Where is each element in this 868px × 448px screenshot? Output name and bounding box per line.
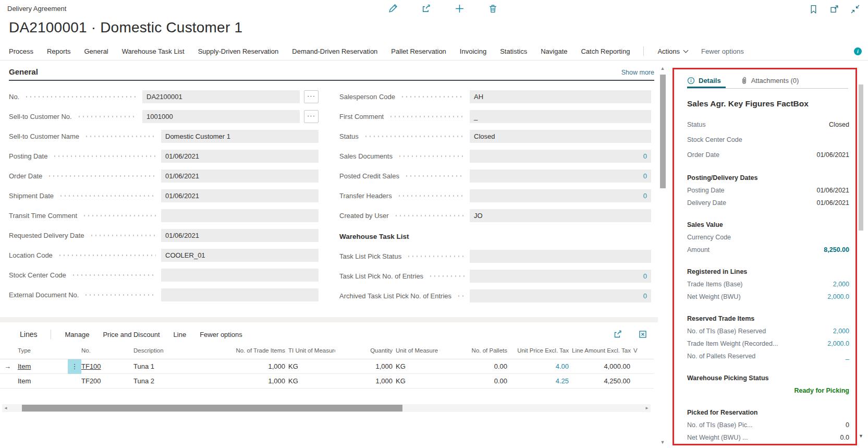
share-icon[interactable]	[612, 329, 624, 340]
fewer-options-button[interactable]: Fewer options	[701, 47, 744, 55]
salesperson-code-field[interactable]: AH	[470, 90, 651, 103]
col-no-of-trade-items[interactable]: No. of Trade Items	[236, 347, 285, 354]
menu-statistics[interactable]: Statistics	[500, 47, 527, 55]
sell-to-customer-no-field[interactable]: 1001000	[142, 110, 300, 123]
lookup-button[interactable]	[304, 90, 319, 103]
menu-supply-driven-reservation[interactable]: Supply-Driven Reservation	[198, 47, 279, 55]
col-ti-unit-of-measure-code[interactable]: TI Unit of Measure Code	[288, 347, 335, 355]
cell-type[interactable]: Item	[18, 377, 68, 385]
tab-details[interactable]: Details	[687, 77, 721, 84]
lines-menu-line[interactable]: Line	[174, 331, 187, 338]
cell-quantity[interactable]: 1,000	[350, 377, 396, 385]
col-unit-of-measure-code[interactable]: Unit of Measure Code	[396, 347, 440, 355]
col-description[interactable]: Description	[133, 347, 230, 355]
factbox-scrollbar-thumb[interactable]	[859, 84, 863, 231]
row-options-icon[interactable]	[68, 359, 81, 374]
cell-line-amount[interactable]: 4,250.00	[572, 377, 633, 385]
cell-no-of-pallets[interactable]: 0.00	[457, 377, 510, 385]
info-icon[interactable]	[854, 47, 862, 55]
new-icon[interactable]	[454, 3, 465, 14]
general-heading[interactable]: General	[9, 67, 38, 76]
col-quantity[interactable]: Quantity	[350, 347, 396, 355]
cell-no-of-trade-items[interactable]: 1,000	[230, 377, 288, 385]
created-by-user-field[interactable]: JO	[470, 209, 651, 222]
cell-no-of-trade-items[interactable]: 1,000	[230, 362, 288, 370]
lines-menu-manage[interactable]: Manage	[65, 331, 89, 338]
row-options-icon[interactable]	[68, 374, 81, 389]
first-comment-field[interactable]: _	[470, 110, 651, 123]
vertical-scrollbar-thumb[interactable]	[660, 75, 666, 188]
collapse-icon[interactable]	[849, 3, 861, 15]
cell-ti-uom[interactable]: KG	[288, 362, 350, 370]
scroll-left-icon[interactable]	[2, 406, 9, 410]
menu-warehouse-task-list[interactable]: Warehouse Task List	[122, 47, 185, 55]
location-code-field[interactable]: COOLER_01	[161, 249, 319, 262]
tab-attachments[interactable]: Attachments (0)	[741, 76, 799, 84]
posting-date-field[interactable]: 01/06/2021	[161, 150, 319, 163]
task-list-pick-no-of-entries-field[interactable]: 0	[470, 270, 651, 283]
table-row: Item TF200 Tuna 2 1,000 KG 1,000 KG 0.00…	[0, 374, 654, 389]
share-icon[interactable]	[420, 3, 432, 14]
menu-invoicing[interactable]: Invoicing	[460, 47, 486, 55]
menu-navigate[interactable]: Navigate	[541, 47, 567, 55]
cell-no-of-pallets[interactable]: 0.00	[457, 362, 510, 370]
cell-quantity[interactable]: 1,000	[350, 362, 396, 370]
edit-icon[interactable]	[387, 3, 398, 14]
col-type[interactable]: Type	[18, 347, 68, 355]
cell-uom[interactable]: KG	[396, 377, 457, 385]
lookup-button[interactable]	[304, 110, 319, 123]
cell-no[interactable]: TF200	[81, 377, 133, 385]
show-more-link[interactable]: Show more	[621, 69, 654, 76]
cell-uom[interactable]: KG	[396, 362, 457, 370]
cell-unit-price[interactable]: 4.00	[510, 362, 572, 370]
menu-reports[interactable]: Reports	[47, 47, 71, 55]
status-field[interactable]: Closed	[470, 130, 651, 143]
field-label: Transfer Headers	[339, 192, 392, 200]
cell-ti-uom[interactable]: KG	[288, 377, 350, 385]
cell-description[interactable]: Tuna 2	[133, 377, 230, 385]
cell-no[interactable]: TF100	[81, 362, 133, 370]
menu-demand-driven-reservation[interactable]: Demand-Driven Reservation	[292, 47, 377, 55]
requested-delivery-date-field[interactable]: 01/06/2021	[161, 229, 319, 242]
archived-task-list-pick-no-of-entries-field[interactable]: 0	[470, 289, 651, 302]
stock-center-code-field[interactable]	[161, 269, 319, 282]
col-no-of-pallets[interactable]: No. of Pallets	[457, 347, 510, 355]
posted-credit-sales-field[interactable]: 0	[470, 169, 651, 183]
transit-time-comment-field[interactable]	[161, 209, 319, 222]
menu-actions[interactable]: Actions	[657, 47, 688, 55]
dotted-leader	[84, 294, 156, 296]
lines-menu-fewer-options[interactable]: Fewer options	[200, 331, 242, 338]
cell-unit-price[interactable]: 4.25	[510, 377, 572, 385]
menu-process[interactable]: Process	[9, 47, 33, 55]
scroll-right-icon[interactable]	[643, 406, 651, 410]
menu-pallet-reservation[interactable]: Pallet Reservation	[391, 47, 446, 55]
col-no[interactable]: No.	[81, 347, 133, 355]
menu-general[interactable]: General	[84, 47, 108, 55]
open-in-new-window-icon[interactable]	[828, 3, 840, 15]
scroll-down-icon[interactable]	[661, 440, 665, 445]
factbox-group-warehouse-picking-status: Warehouse Picking Status	[687, 372, 849, 384]
task-list-pick-status-field[interactable]	[470, 250, 651, 263]
no-field[interactable]: DA2100001	[142, 90, 300, 103]
delete-icon[interactable]	[487, 3, 498, 14]
cell-description[interactable]: Tuna 1	[133, 362, 230, 370]
external-document-no-field[interactable]	[161, 288, 319, 301]
col-unit-price-excl-tax[interactable]: Unit Price Excl. Tax	[510, 347, 572, 355]
col-line-amount-excl-tax[interactable]: Line Amount Excl. Tax	[572, 347, 631, 354]
horizontal-scrollbar-thumb[interactable]	[22, 405, 402, 411]
order-date-field[interactable]: 01/06/2021	[161, 169, 319, 183]
col-v-truncated[interactable]: V	[633, 347, 649, 355]
sell-to-customer-name-field[interactable]: Domestic Customer 1	[161, 130, 319, 143]
lines-menu-price-and-discount[interactable]: Price and Discount	[103, 331, 160, 338]
scroll-up-icon[interactable]	[661, 66, 665, 71]
cell-line-amount[interactable]: 4,000.00	[572, 362, 633, 370]
transfer-headers-field[interactable]: 0	[470, 189, 651, 202]
factbox-scroll-down-icon[interactable]	[859, 433, 863, 439]
shipment-date-field[interactable]: 01/06/2021	[161, 189, 319, 202]
menu-catch-reporting[interactable]: Catch Reporting	[581, 47, 630, 55]
open-in-excel-icon[interactable]	[637, 329, 649, 340]
bookmark-icon[interactable]	[808, 3, 819, 15]
sales-documents-field[interactable]: 0	[470, 150, 651, 163]
lines-heading[interactable]: Lines	[20, 330, 37, 338]
cell-type[interactable]: Item	[18, 362, 68, 370]
